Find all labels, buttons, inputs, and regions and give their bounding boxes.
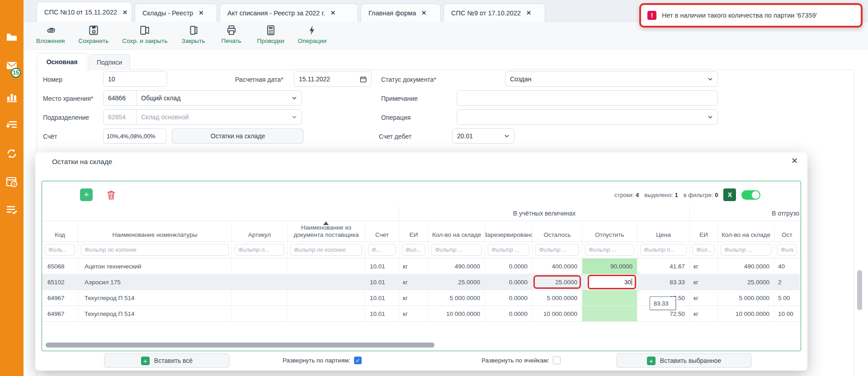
calc-date-field[interactable]: 15.11.2022 [294,71,372,87]
table-cell[interactable]: 65068 [42,258,78,274]
table-cell[interactable]: кг [690,274,718,290]
tab-osnovnaya[interactable]: Основная [37,53,87,70]
table-cell[interactable] [288,274,365,290]
checkbox-checked-icon[interactable]: ✓ [354,357,362,364]
table-row[interactable]: 65068Ацетон технический10.01кг490.00000.… [42,258,800,274]
table-cell[interactable] [288,306,365,322]
tab-sps-10[interactable]: СПС №10 от 15.11.2022 ✕ [37,2,132,22]
close-icon[interactable]: ✕ [791,156,798,166]
table-cell[interactable]: 10 000.0000 [429,306,485,322]
table-cell[interactable]: 490.0000 [718,258,774,274]
column-header[interactable]: Счет [365,221,399,242]
excel-export-button[interactable]: X [723,188,736,201]
table-cell[interactable]: 5 00 [774,290,800,306]
horizontal-scrollbar-thumb[interactable] [46,343,434,348]
operations-button[interactable]: Операции [298,24,326,44]
tab-glavnaya-forma[interactable]: Главная форма ✕ [361,4,441,22]
table-cell[interactable]: 0.0000 [485,274,533,290]
table-cell[interactable]: 400.0000 [533,258,582,274]
table-cell[interactable] [288,258,365,274]
insert-all-button[interactable]: + Вставить всё [104,353,230,368]
window-scrollbar-thumb[interactable] [857,270,862,310]
table-cell[interactable]: кг [399,274,429,290]
status-select[interactable]: Создан [505,71,718,87]
table-cell[interactable]: 41.67 [637,258,690,274]
division-select[interactable]: Склад основной [136,109,302,125]
bar-chart-icon[interactable] [5,91,18,103]
operation-select[interactable] [457,109,718,125]
transactions-button[interactable]: Проводки [257,24,284,44]
tab-akt-spisaniya[interactable]: Акт списания - Реестр за 2022 г. ✕ [220,4,358,22]
column-filter-input[interactable] [81,244,229,256]
tab-sps-9[interactable]: СПС №9 от 17.10.2022 ✕ [443,4,545,22]
close-icon[interactable]: ✕ [198,9,203,16]
column-header[interactable]: Кол-во на складе [429,221,485,242]
column-header[interactable]: Зарезервировано [485,221,533,242]
column-header[interactable]: ЕИ [399,221,429,242]
column-header[interactable]: Наименование номенклатуры [78,221,232,242]
column-header[interactable]: Отпустить [582,221,637,242]
table-cell[interactable]: 25.0000 [533,274,582,290]
table-cell[interactable]: Ацетон технический [78,258,232,274]
storage-select[interactable]: Общий склад [136,90,302,106]
export-list-icon[interactable] [5,119,18,132]
tab-podpisi[interactable]: Подписи [89,54,130,70]
table-cell[interactable]: 25.0000 [429,274,485,290]
column-filter-input[interactable] [45,244,75,256]
folder-icon[interactable] [5,31,18,43]
sync-icon[interactable] [5,147,18,160]
division-code-field[interactable]: 62854 [103,109,137,125]
table-cell[interactable]: 10 00 [774,306,800,322]
sort-asc-icon[interactable] [323,221,329,225]
close-icon[interactable]: ✕ [421,9,426,16]
column-filter-input[interactable] [693,244,715,256]
table-cell[interactable]: 0.0000 [485,290,533,306]
column-header[interactable]: Код [42,221,78,242]
column-filter-input[interactable] [402,244,425,256]
table-cell[interactable]: 10.01 [365,274,399,290]
table-cell[interactable]: 10.01 [365,258,399,274]
error-toast[interactable]: ! Нет в наличии такого количества по пар… [639,3,863,28]
column-header[interactable]: Кол-во на складе [718,221,774,242]
table-cell[interactable]: Техуглерод П 514 [78,306,232,322]
calendar-icon[interactable] [360,76,367,83]
table-cell[interactable]: 10 000.0000 [533,306,582,322]
table-cell[interactable]: кг [690,258,718,274]
table-cell[interactable]: 2 [774,274,800,290]
table-cell[interactable]: 40 [774,258,800,274]
column-filter-input[interactable] [777,244,797,256]
table-cell[interactable]: 65102 [42,274,78,290]
column-filter-input[interactable] [368,244,396,256]
save-and-close-button[interactable]: Сохр. и закрыть [122,24,167,44]
table-cell[interactable]: 83.33 [637,274,690,290]
table-cell[interactable]: кг [690,290,718,306]
column-filter-input[interactable] [585,244,634,256]
table-cell[interactable]: кг [690,306,718,322]
table-cell[interactable] [232,306,288,322]
table-cell[interactable] [232,258,288,274]
checklist-icon[interactable] [5,203,18,216]
debit-account-select[interactable]: 20.01 [452,128,514,144]
table-cell[interactable] [582,306,637,322]
table-row[interactable]: 64967Техуглерод П 51410.01кг10 000.00000… [42,306,800,322]
column-filter-input[interactable] [640,244,687,256]
column-header[interactable]: Артикул [232,221,288,242]
note-field[interactable] [457,90,718,106]
table-cell[interactable]: 64967 [42,290,78,306]
table-cell[interactable]: 0.0000 [485,258,533,274]
column-filter-input[interactable] [290,244,362,256]
expand-by-cells-option[interactable]: Развернуть по ячейкам: [481,357,561,364]
print-button[interactable]: Печать [219,24,244,44]
attachments-button[interactable]: Вложения [36,24,65,44]
table-cell[interactable]: 30 [582,274,637,290]
column-filter-input[interactable] [431,244,482,256]
table-cell[interactable]: Техуглерод П 514 [78,290,232,306]
table-cell[interactable]: 90.0000 [582,258,637,274]
table-cell[interactable]: 5 000.0000 [429,290,485,306]
table-cell[interactable]: 10 000.0000 [718,306,774,322]
column-header[interactable]: ЕИ [690,221,718,242]
account-field[interactable]: 10%,4%,08%,00% [103,128,166,144]
column-filter-input[interactable] [488,244,529,256]
number-field[interactable]: 10 [103,71,167,87]
close-icon[interactable]: ✕ [526,9,531,16]
